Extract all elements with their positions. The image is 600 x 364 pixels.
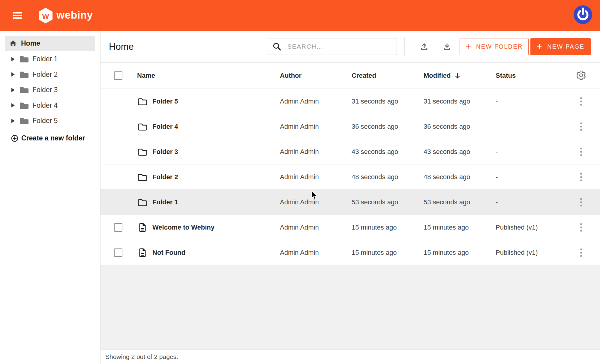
empty-area <box>100 265 600 349</box>
row-created: 15 minutes ago <box>352 224 397 231</box>
select-all-checkbox[interactable] <box>114 71 122 80</box>
table-row[interactable]: Folder 1 Admin Admin 53 seconds ago 53 s… <box>100 190 600 215</box>
plus-circle-icon <box>11 135 18 142</box>
sidebar-folder-label: Folder 1 <box>32 55 58 63</box>
table-row[interactable]: Folder 3 Admin Admin 43 seconds ago 43 s… <box>100 139 600 164</box>
new-page-label: NEW PAGE <box>547 43 584 50</box>
power-icon <box>574 5 592 24</box>
new-folder-button[interactable]: +NEW FOLDER <box>460 38 529 55</box>
search-placeholder: SEARCH... <box>287 43 323 50</box>
sidebar-folder-item[interactable]: Folder 4 <box>0 98 100 113</box>
sidebar-folder-item[interactable]: Folder 5 <box>0 113 100 129</box>
row-status: - <box>496 173 498 181</box>
table-settings-button[interactable] <box>576 70 586 81</box>
sidebar: Home Folder 1 Folder 2 Folder 3 Folder 4… <box>0 31 100 364</box>
folder-icon <box>137 147 148 156</box>
row-name[interactable]: Welcome to Webiny <box>152 224 214 231</box>
row-author: Admin Admin <box>280 98 319 105</box>
table-row[interactable]: Folder 2 Admin Admin 48 seconds ago 48 s… <box>100 164 600 190</box>
row-name[interactable]: Folder 5 <box>152 98 178 105</box>
menu-icon[interactable] <box>13 12 22 19</box>
toolbar-divider <box>404 38 405 56</box>
download-icon <box>443 43 451 51</box>
folder-icon <box>19 101 29 110</box>
row-created: 48 seconds ago <box>352 173 398 181</box>
page-icon <box>138 223 147 232</box>
row-checkbox[interactable] <box>114 223 122 232</box>
row-created: 36 seconds ago <box>352 123 398 131</box>
expand-arrow-icon[interactable] <box>11 119 15 123</box>
row-actions-menu[interactable] <box>577 120 585 133</box>
sidebar-folder-label: Folder 5 <box>32 117 58 125</box>
row-name[interactable]: Folder 4 <box>152 123 178 131</box>
column-header-modified[interactable]: Modified <box>424 72 460 80</box>
row-name[interactable]: Folder 1 <box>152 198 178 206</box>
folder-tree: Folder 1 Folder 2 Folder 3 Folder 4 Fold… <box>0 51 100 129</box>
table-row[interactable]: Not Found Admin Admin 15 minutes ago 15 … <box>100 240 600 265</box>
row-author: Admin Admin <box>280 148 319 156</box>
column-header-status[interactable]: Status <box>496 72 516 80</box>
main-content: Home SEARCH... <box>100 31 600 364</box>
row-created: 43 seconds ago <box>352 148 398 156</box>
row-name[interactable]: Folder 3 <box>152 148 178 156</box>
folder-icon <box>19 117 29 125</box>
row-actions-menu[interactable] <box>577 95 585 108</box>
expand-arrow-icon[interactable] <box>11 57 15 61</box>
page-icon <box>138 248 147 257</box>
row-name[interactable]: Folder 2 <box>152 173 178 181</box>
sidebar-item-home[interactable]: Home <box>5 36 95 51</box>
column-header-created[interactable]: Created <box>352 72 376 80</box>
search-icon <box>272 42 281 51</box>
create-new-folder-button[interactable]: Create a new folder <box>0 131 100 146</box>
folder-icon <box>137 97 148 106</box>
row-modified: 43 seconds ago <box>424 148 470 156</box>
row-author: Admin Admin <box>280 123 319 131</box>
table-row[interactable]: Folder 4 Admin Admin 36 seconds ago 36 s… <box>100 114 600 139</box>
sort-descending-icon <box>455 72 460 79</box>
column-header-name[interactable]: Name <box>137 72 155 80</box>
expand-arrow-icon[interactable] <box>11 103 15 107</box>
sidebar-home-label: Home <box>21 39 40 47</box>
row-checkbox[interactable] <box>114 248 122 257</box>
webiny-hexagon-icon: w <box>39 8 52 23</box>
row-author: Admin Admin <box>280 173 319 181</box>
sidebar-folder-item[interactable]: Folder 3 <box>0 82 100 98</box>
row-modified: 36 seconds ago <box>424 123 470 131</box>
search-input[interactable]: SEARCH... <box>268 38 397 55</box>
kebab-menu-icon <box>580 223 582 232</box>
sidebar-folder-label: Folder 4 <box>32 101 58 110</box>
row-actions-menu[interactable] <box>577 246 585 259</box>
folder-icon <box>19 55 29 63</box>
row-modified: 15 minutes ago <box>424 224 469 231</box>
row-actions-menu[interactable] <box>577 196 585 209</box>
row-created: 31 seconds ago <box>352 98 398 105</box>
pagination-status: Showing 2 out of 2 pages. <box>105 353 178 360</box>
plus-icon: + <box>537 41 543 52</box>
import-pages-button[interactable] <box>417 40 431 54</box>
sidebar-folder-item[interactable]: Folder 2 <box>0 67 100 83</box>
row-actions-menu[interactable] <box>577 145 585 158</box>
row-modified: 31 seconds ago <box>424 98 470 105</box>
row-created: 15 minutes ago <box>352 249 397 257</box>
sidebar-folder-label: Folder 3 <box>32 86 58 94</box>
table-header: Name Author Created Modified Status <box>100 63 600 89</box>
sidebar-folder-item[interactable]: Folder 1 <box>0 51 100 67</box>
row-status: Published (v1) <box>496 249 538 257</box>
expand-arrow-icon[interactable] <box>11 72 15 77</box>
new-page-button[interactable]: +NEW PAGE <box>530 38 591 55</box>
table-row[interactable]: Welcome to Webiny Admin Admin 15 minutes… <box>100 215 600 240</box>
top-app-bar: w webiny <box>0 0 600 31</box>
column-header-author[interactable]: Author <box>280 72 302 80</box>
row-name[interactable]: Not Found <box>152 249 185 257</box>
table-row[interactable]: Folder 5 Admin Admin 31 seconds ago 31 s… <box>100 89 600 114</box>
row-actions-menu[interactable] <box>577 170 585 184</box>
create-folder-label: Create a new folder <box>21 134 85 142</box>
expand-arrow-icon[interactable] <box>11 88 15 92</box>
title-bar: Home SEARCH... <box>100 31 600 63</box>
row-actions-menu[interactable] <box>577 221 585 234</box>
gear-icon <box>576 70 586 80</box>
plus-icon: + <box>466 41 472 52</box>
export-pages-button[interactable] <box>440 40 454 54</box>
folder-icon <box>19 71 29 79</box>
sign-out-button[interactable] <box>574 5 592 24</box>
